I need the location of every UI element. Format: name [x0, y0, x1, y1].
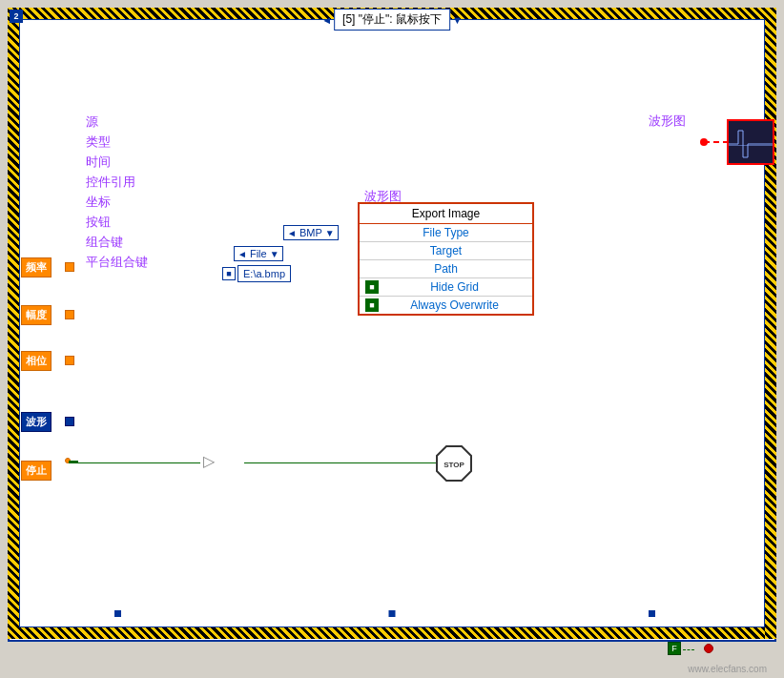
file-value: File [250, 248, 267, 259]
sidebar-item-shijian[interactable]: 时间 [82, 153, 152, 172]
sidebar-item-leixing[interactable]: 类型 [82, 133, 152, 152]
export-row-path[interactable]: Path [360, 260, 532, 278]
bmp-arrow-down: ▼ [325, 228, 335, 238]
indicator-pinlu [65, 262, 74, 272]
bottom-right-red-dot [704, 644, 713, 653]
label-pinlu: 频率 [21, 257, 52, 277]
waveform-thumbnail[interactable] [727, 119, 774, 165]
export-row-filetype[interactable]: File Type [360, 224, 532, 242]
left-sidebar: 源 类型 时间 控件引用 坐标 按钮 组合键 平台组合键 [82, 113, 152, 272]
target-label: Target [365, 244, 526, 257]
file-control[interactable]: ◄ File ▼ [234, 246, 283, 261]
top-left-icon: 2 [10, 10, 23, 23]
overwrite-label: Always Overwrite [382, 298, 526, 312]
hatch-border-right [765, 8, 776, 639]
canvas-dot-bottom-left [114, 610, 121, 617]
path-label: Path [365, 262, 526, 276]
bottom-right-dashed-line [683, 649, 694, 650]
hatch-border-left [8, 8, 19, 639]
sidebar-item-zuhe[interactable]: 组合键 [82, 233, 152, 252]
path-folder-icon: ■ [222, 267, 236, 280]
hatch-border-bottom [8, 627, 776, 639]
stop-octagon-svg: STOP [435, 444, 473, 483]
sidebar-item-kongjianyinyong[interactable]: 控件引用 [82, 173, 152, 192]
bmp-value: BMP [299, 227, 322, 238]
hidegrid-label: Hide Grid [382, 280, 526, 294]
path-value-box[interactable]: E:\a.bmp [237, 265, 291, 282]
indicator-xiangwei [65, 356, 74, 365]
label-boxing: 波形 [21, 412, 52, 432]
inner-canvas [19, 19, 765, 627]
export-row-hidegrid[interactable]: ■ Hide Grid [360, 278, 532, 297]
canvas-dot-bottom-right [649, 610, 655, 617]
file-arrow-down: ▼ [270, 249, 279, 259]
sidebar-item-zuobiao[interactable]: 坐标 [82, 193, 152, 212]
export-popup: Export Image File Type Target Path ■ Hid… [358, 202, 534, 316]
waveform-dashed-line [704, 141, 729, 143]
sidebar-item-yuan[interactable]: 源 [82, 113, 152, 132]
label-tingzhi: 停止 [21, 461, 52, 481]
arrow-indicator: ▷ [203, 452, 215, 470]
label-xiangwei: 相位 [21, 351, 52, 371]
export-row-target[interactable]: Target [360, 242, 532, 260]
hidegrid-icon: ■ [365, 280, 379, 294]
path-control: ■ E:\a.bmp [222, 265, 291, 282]
filetype-label: File Type [365, 226, 526, 239]
canvas-dot-bottom-mid [389, 610, 396, 617]
overwrite-icon: ■ [365, 298, 379, 312]
wire-left-tingzhi [74, 462, 200, 463]
wire-right-tingzhi [244, 462, 444, 463]
stop-symbol[interactable]: STOP [435, 444, 473, 483]
arrow-right-icon: ▼ [452, 14, 463, 26]
top-bar: ◄ [5] "停止": 鼠标按下 ▼ [321, 9, 463, 31]
title-box: [5] "停止": 鼠标按下 [334, 9, 450, 31]
export-popup-title: Export Image [360, 204, 532, 224]
label-zhenshu: 幅度 [21, 305, 52, 325]
sidebar-item-anniu[interactable]: 按钮 [82, 213, 152, 232]
indicator-tingzhi-bar [69, 461, 78, 463]
waveform-label-right: 波形图 [649, 113, 686, 130]
indicator-boxing [65, 417, 74, 426]
bmp-arrow-left: ◄ [287, 228, 297, 238]
indicator-zhenshu [65, 310, 74, 319]
watermark: www.elecfans.com [688, 664, 767, 674]
export-row-overwrite[interactable]: ■ Always Overwrite [360, 297, 532, 314]
file-arrow-left: ◄ [237, 249, 247, 259]
sidebar-item-pingtai[interactable]: 平台组合键 [82, 253, 152, 272]
arrow-left-icon: ◄ [321, 14, 332, 26]
svg-text:STOP: STOP [444, 461, 464, 469]
bmp-control[interactable]: ◄ BMP ▼ [283, 225, 339, 240]
bottom-right-f-box: F [668, 642, 681, 655]
